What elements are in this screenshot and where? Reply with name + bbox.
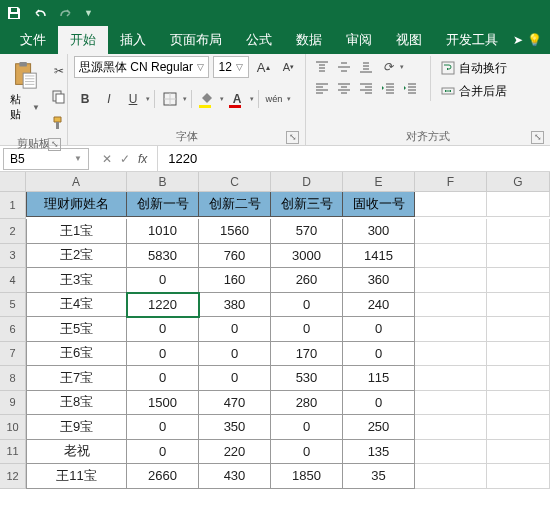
row-header[interactable]: 12	[0, 464, 26, 489]
cell[interactable]	[415, 219, 487, 244]
row-header[interactable]: 10	[0, 415, 26, 440]
align-right-icon[interactable]	[356, 79, 376, 97]
cell[interactable]: 0	[343, 317, 415, 342]
font-size-select[interactable]: 12▽	[213, 56, 248, 78]
tell-me-icon[interactable]: 💡	[527, 33, 542, 47]
cell[interactable]: 理财师姓名	[26, 192, 127, 217]
cell[interactable]	[415, 317, 487, 342]
cell[interactable]: 0	[127, 317, 199, 342]
copy-icon[interactable]	[50, 86, 68, 108]
cell[interactable]: 王2宝	[26, 244, 127, 269]
col-header[interactable]: C	[199, 172, 271, 192]
col-header[interactable]: F	[415, 172, 487, 192]
cell[interactable]: 250	[343, 415, 415, 440]
cell[interactable]: 1010	[127, 219, 199, 244]
cell[interactable]	[415, 440, 487, 465]
cell[interactable]: 0	[271, 293, 343, 318]
col-header[interactable]: G	[487, 172, 550, 192]
underline-icon[interactable]: U	[122, 88, 144, 110]
paste-button[interactable]: 粘贴▼	[6, 56, 44, 126]
clipboard-expand-icon[interactable]: ⤡	[48, 138, 61, 151]
cell[interactable]: 创新三号	[271, 192, 343, 217]
cell[interactable]: 3000	[271, 244, 343, 269]
cell[interactable]: 王4宝	[26, 293, 127, 318]
cell[interactable]: 135	[343, 440, 415, 465]
cell[interactable]: 115	[343, 366, 415, 391]
cell[interactable]: 王9宝	[26, 415, 127, 440]
cell[interactable]	[415, 293, 487, 318]
cell[interactable]	[487, 366, 550, 391]
row-header[interactable]: 3	[0, 244, 26, 269]
cell[interactable]: 0	[271, 440, 343, 465]
cell[interactable]: 王1宝	[26, 219, 127, 244]
cell[interactable]: 0	[127, 342, 199, 367]
cell[interactable]: 360	[343, 268, 415, 293]
cell[interactable]: 0	[127, 415, 199, 440]
cell[interactable]: 王8宝	[26, 391, 127, 416]
fx-icon[interactable]: fx	[138, 152, 147, 166]
decrease-font-icon[interactable]: A▾	[278, 56, 299, 78]
tab-view[interactable]: 视图	[384, 26, 434, 54]
cell[interactable]: 280	[271, 391, 343, 416]
undo-icon[interactable]	[32, 5, 48, 21]
cell[interactable]: 0	[271, 415, 343, 440]
cell[interactable]: 570	[271, 219, 343, 244]
cell[interactable]: 0	[127, 440, 199, 465]
cell[interactable]: 760	[199, 244, 271, 269]
cell[interactable]: 0	[199, 317, 271, 342]
cell[interactable]	[487, 268, 550, 293]
row-header[interactable]: 8	[0, 366, 26, 391]
cell[interactable]: 170	[271, 342, 343, 367]
cell[interactable]: 0	[343, 342, 415, 367]
cell[interactable]: 创新一号	[127, 192, 199, 217]
bold-icon[interactable]: B	[74, 88, 96, 110]
cell[interactable]: 0	[199, 342, 271, 367]
cell[interactable]: 160	[199, 268, 271, 293]
cancel-icon[interactable]: ✕	[102, 152, 112, 166]
cell[interactable]: 王11宝	[26, 464, 127, 489]
cell[interactable]	[415, 366, 487, 391]
font-expand-icon[interactable]: ⤡	[286, 131, 299, 144]
font-color-icon[interactable]: A	[226, 88, 248, 110]
cell[interactable]: 1220	[127, 293, 199, 318]
cell[interactable]	[415, 192, 487, 217]
row-header[interactable]: 1	[0, 192, 26, 219]
cell[interactable]	[415, 464, 487, 489]
align-middle-icon[interactable]	[334, 58, 354, 76]
tab-home[interactable]: 开始	[58, 26, 108, 54]
cell[interactable]: 1415	[343, 244, 415, 269]
cell[interactable]: 430	[199, 464, 271, 489]
tab-data[interactable]: 数据	[284, 26, 334, 54]
border-icon[interactable]	[159, 88, 181, 110]
cell[interactable]: 王6宝	[26, 342, 127, 367]
cell[interactable]: 35	[343, 464, 415, 489]
fill-color-icon[interactable]	[196, 88, 218, 110]
col-header[interactable]: A	[26, 172, 127, 192]
cell[interactable]: 1850	[271, 464, 343, 489]
cell[interactable]: 350	[199, 415, 271, 440]
row-header[interactable]: 6	[0, 317, 26, 342]
align-expand-icon[interactable]: ⤡	[531, 131, 544, 144]
cell[interactable]: 470	[199, 391, 271, 416]
redo-icon[interactable]	[58, 5, 74, 21]
increase-indent-icon[interactable]	[400, 79, 420, 97]
cell[interactable]: 0	[199, 366, 271, 391]
col-header[interactable]: B	[127, 172, 199, 192]
confirm-icon[interactable]: ✓	[120, 152, 130, 166]
row-header[interactable]: 2	[0, 219, 26, 244]
phonetic-icon[interactable]: wén	[263, 88, 285, 110]
cell[interactable]: 创新二号	[199, 192, 271, 217]
align-bottom-icon[interactable]	[356, 58, 376, 76]
cell[interactable]: 0	[127, 268, 199, 293]
select-all-corner[interactable]	[0, 172, 26, 192]
cell[interactable]	[415, 244, 487, 269]
cell[interactable]: 固收一号	[343, 192, 415, 217]
cell[interactable]: 王3宝	[26, 268, 127, 293]
cell[interactable]: 老祝	[26, 440, 127, 465]
row-header[interactable]: 5	[0, 293, 26, 318]
col-header[interactable]: E	[343, 172, 415, 192]
qat-dropdown-icon[interactable]: ▼	[84, 8, 93, 18]
cell[interactable]: 王5宝	[26, 317, 127, 342]
save-icon[interactable]	[6, 5, 22, 21]
col-header[interactable]: D	[271, 172, 343, 192]
